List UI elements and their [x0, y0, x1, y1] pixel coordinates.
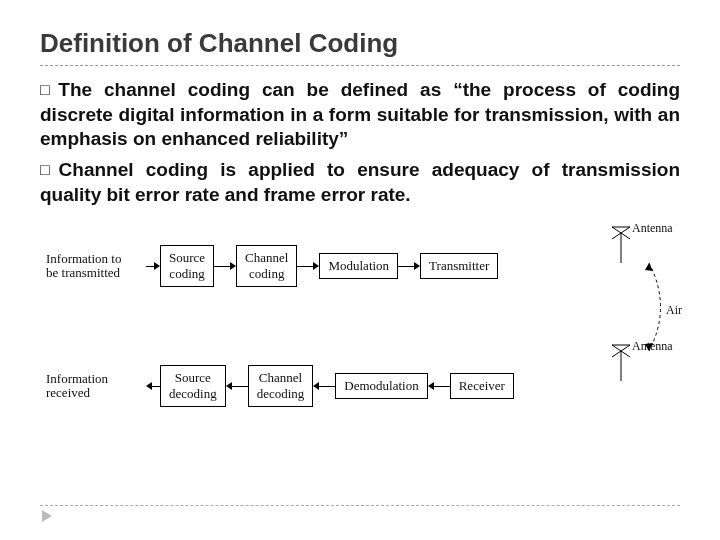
transmitter-box: Transmitter [420, 253, 498, 279]
channel-decoding-box: Channel decoding [248, 365, 314, 407]
arrow-left-icon [313, 381, 335, 391]
tx-antenna: Antenna [606, 225, 676, 265]
bullet-text: channel coding can be defined as “the pr… [40, 79, 680, 149]
tx-chain: Information to be transmitted Source cod… [46, 245, 498, 287]
footer-marker-icon [42, 510, 52, 522]
bullet-text: coding is applied to ensure adequacy of … [40, 159, 680, 205]
arrow-left-icon [428, 381, 450, 391]
source-coding-box: Source coding [160, 245, 214, 287]
receiver-box: Receiver [450, 373, 514, 399]
arrow-right-icon [297, 261, 319, 271]
bullet-icon: □ [40, 161, 59, 178]
text: Information [46, 371, 108, 386]
slide-title: Definition of Channel Coding [40, 28, 680, 59]
arrow-right-icon [146, 261, 160, 271]
text: Information to [46, 251, 121, 266]
text: be transmitted [46, 265, 120, 280]
tx-info-label: Information to be transmitted [46, 252, 146, 282]
arrow-right-icon [398, 261, 420, 271]
antenna-label: Antenna [632, 221, 673, 236]
rx-info-label: Information received [46, 372, 146, 402]
bullet-icon: □ [40, 81, 58, 98]
arrow-right-icon [214, 261, 236, 271]
rx-chain: Information received Source decoding Cha… [46, 365, 514, 407]
arrow-left-icon [226, 381, 248, 391]
slide: Definition of Channel Coding □The channe… [0, 0, 720, 540]
bullet-lead: The [58, 79, 92, 100]
title-divider [40, 65, 680, 66]
bullet-list: □The channel coding can be defined as “t… [40, 78, 680, 207]
svg-marker-8 [645, 263, 653, 271]
bullet-item: □Channel coding is applied to ensure ade… [40, 158, 680, 207]
demodulation-box: Demodulation [335, 373, 427, 399]
arrow-left-icon [146, 381, 160, 391]
svg-marker-9 [645, 343, 653, 351]
modulation-box: Modulation [319, 253, 398, 279]
bullet-lead: Channel [59, 159, 134, 180]
channel-coding-box: Channel coding [236, 245, 297, 287]
air-label: Air [666, 303, 682, 318]
bullet-item: □The channel coding can be defined as “t… [40, 78, 680, 152]
source-decoding-box: Source decoding [160, 365, 226, 407]
block-diagram: Information to be transmitted Source cod… [40, 225, 680, 435]
footer-divider [40, 505, 680, 506]
text: received [46, 385, 90, 400]
